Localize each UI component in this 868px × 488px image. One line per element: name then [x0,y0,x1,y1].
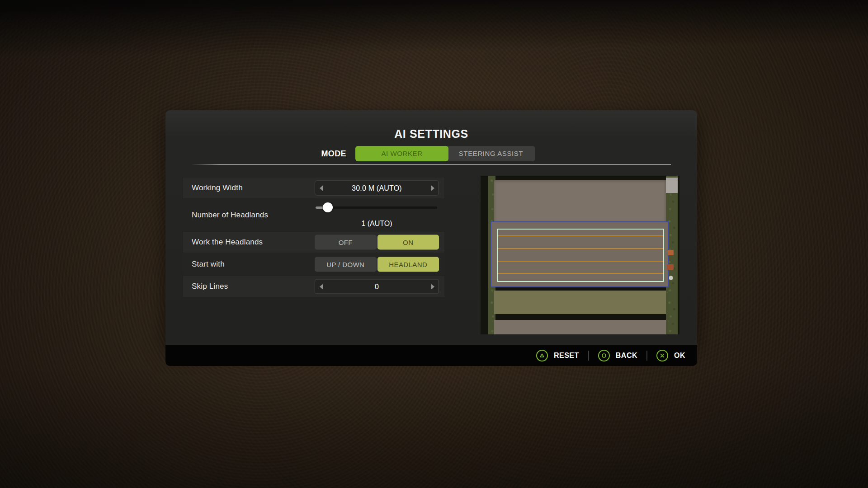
reset-label: RESET [554,352,579,360]
stepper-decrease-button[interactable] [315,181,327,195]
headlands-off-button[interactable]: OFF [315,235,377,250]
ok-button[interactable]: OK [656,350,685,361]
skip-lines-stepper[interactable]: 0 [315,279,439,294]
working-width-row: Working Width 30.0 M (AUTO) [183,178,444,198]
chevron-left-icon [320,284,323,289]
footer-divider [588,351,589,361]
ai-settings-dialog: AI SETTINGS MODE AI WORKER STEERING ASSI… [165,110,697,345]
work-the-headlands-label: Work the Headlands [192,232,263,253]
tab-steering-assist[interactable]: STEERING ASSIST [447,146,535,161]
gamepad-circle-icon [598,350,610,361]
field-preview-map [481,176,679,334]
map-building-marker [667,264,674,270]
gamepad-cross-icon [656,350,668,361]
adjacent-field-green [494,291,666,314]
back-button[interactable]: BACK [598,350,637,361]
chevron-right-icon [431,185,434,191]
stepper-increase-button[interactable] [427,280,439,294]
work-line [498,261,663,262]
selected-field [491,221,669,287]
ok-label: OK [674,352,685,360]
slider-handle[interactable] [323,202,333,212]
number-of-headlands-value: 1 (AUTO) [315,220,439,228]
tab-ai-worker[interactable]: AI WORKER [355,146,448,161]
adjacent-field-bottom [494,320,666,334]
working-width-value: 30.0 M (AUTO) [327,184,427,192]
mode-label: MODE [321,146,346,161]
skip-lines-value: 0 [327,282,427,291]
stepper-increase-button[interactable] [427,181,439,195]
stepper-decrease-button[interactable] [315,280,327,294]
work-the-headlands-toggle: OFF ON [315,235,439,250]
working-width-label: Working Width [192,178,243,198]
start-with-row: Start with UP / DOWN HEADLAND [183,253,444,275]
gamepad-triangle-icon [536,350,548,361]
map-object-marker [669,276,673,280]
headlands-on-button[interactable]: ON [377,235,439,250]
headland-boundary-outline [497,229,664,282]
map-building-marker [668,250,674,255]
work-the-headlands-row: Work the Headlands OFF ON [183,232,444,253]
skip-lines-label: Skip Lines [192,276,228,297]
work-line [498,235,663,236]
start-updown-button[interactable]: UP / DOWN [315,257,377,272]
mode-tab-group: AI WORKER STEERING ASSIST [355,146,535,161]
mode-selector-row: MODE AI WORKER STEERING ASSIST [165,146,697,161]
headlands-slider[interactable] [316,205,437,210]
reset-button[interactable]: RESET [536,350,579,361]
number-of-headlands-row: Number of Headlands 1 (AUTO) [183,199,444,231]
start-with-label: Start with [192,253,225,275]
section-divider [191,164,671,165]
button-bar: RESET BACK OK [165,345,697,366]
start-headland-button[interactable]: HEADLAND [377,257,439,272]
number-of-headlands-label: Number of Headlands [192,199,268,231]
chevron-right-icon [431,284,434,289]
work-line [498,248,663,249]
start-with-toggle: UP / DOWN HEADLAND [315,257,439,272]
work-line [498,273,663,274]
back-label: BACK [616,352,637,360]
chevron-left-icon [320,185,323,191]
footer-divider [646,351,647,361]
slider-track[interactable] [316,206,437,209]
skip-lines-row: Skip Lines 0 [183,276,444,297]
map-building-marker [666,178,678,193]
working-width-stepper[interactable]: 30.0 M (AUTO) [315,181,439,196]
page-title: AI SETTINGS [165,127,697,141]
adjacent-field-top [494,180,666,222]
